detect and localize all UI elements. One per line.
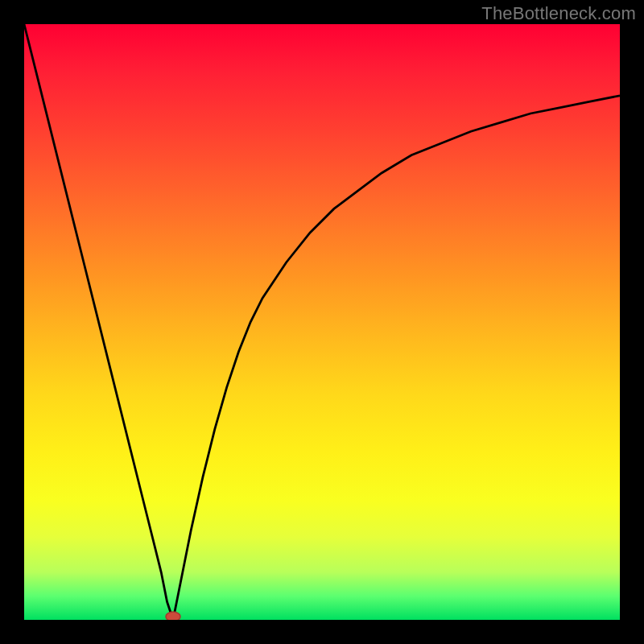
plot-area xyxy=(24,24,620,620)
chart-frame: TheBottleneck.com xyxy=(0,0,644,644)
curve-svg xyxy=(24,24,620,620)
bottleneck-curve xyxy=(24,24,620,620)
marker-dot xyxy=(166,612,180,620)
watermark-text: TheBottleneck.com xyxy=(481,3,636,24)
